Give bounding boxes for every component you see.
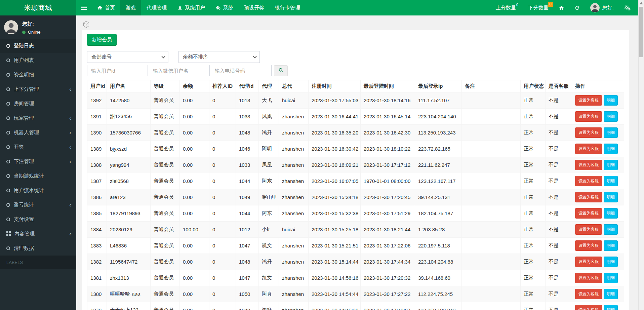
- cell-is-service: 不是: [546, 189, 572, 205]
- cell-actions: 设置为客服明细: [572, 222, 624, 238]
- sidebar-item-user-flow-stats[interactable]: 用户流水统计: [0, 183, 76, 198]
- cell-referrer-id: 0: [209, 254, 236, 270]
- member-list-card: 新增会员 全部账号 余额不排序 用户id: [82, 30, 629, 310]
- set-service-button[interactable]: 设置为客服: [575, 273, 602, 283]
- detail-button[interactable]: 明细: [604, 208, 618, 219]
- cell-referrer-id: 0: [209, 286, 236, 302]
- refresh-icon[interactable]: [574, 5, 580, 11]
- cell-actions: 设置为客服明细: [572, 189, 624, 205]
- add-member-button[interactable]: 新增会员: [87, 34, 117, 46]
- set-service-button[interactable]: 设置为客服: [575, 95, 602, 106]
- cell-last-login-time: 2023-01-30 17:22:06: [361, 238, 415, 254]
- nav-item-agent-manage[interactable]: 代理管理: [141, 0, 172, 15]
- brand-logo[interactable]: 米珈商城: [0, 0, 76, 15]
- nav-item-preset-lottery[interactable]: 预设开奖: [239, 0, 270, 15]
- sidebar-item-label: 当期游戏统计: [14, 173, 71, 179]
- set-service-button[interactable]: 设置为客服: [575, 240, 602, 251]
- detail-button[interactable]: 明细: [604, 144, 618, 154]
- cell-balance: 0.00: [180, 302, 209, 310]
- detail-button[interactable]: 明细: [604, 176, 618, 186]
- up-score-counter[interactable]: 上分数量0: [496, 5, 518, 11]
- cell-register-time: 2023-01-30 16:35:20: [309, 125, 361, 141]
- detail-button[interactable]: 明细: [604, 305, 618, 310]
- home-icon: [97, 5, 103, 10]
- cell-last-login-time: 2023-01-30 17:17:12: [361, 157, 415, 173]
- balance-sort-select[interactable]: 余额不排序: [178, 51, 260, 63]
- cell-balance: 0.00: [180, 173, 209, 189]
- sidebar-item-funds-detail[interactable]: 资金明细: [0, 68, 76, 82]
- cell-is-service: 不是: [546, 125, 572, 141]
- detail-button[interactable]: 明细: [604, 224, 618, 235]
- sidebar-item-content-manage[interactable]: 内容管理‹: [0, 227, 76, 241]
- detail-button[interactable]: 明细: [604, 160, 618, 170]
- sidebar-item-lottery[interactable]: 开奖‹: [0, 140, 76, 154]
- cell-remark: [462, 205, 521, 222]
- sidebar-item-clean-data[interactable]: 清理数据: [0, 241, 76, 256]
- set-service-button[interactable]: 设置为客服: [575, 160, 602, 170]
- search-button[interactable]: [274, 65, 288, 76]
- sidebar-item-robot-manage[interactable]: 机器人管理‹: [0, 125, 76, 140]
- sidebar-item-score-manage[interactable]: 上下分管理‹: [0, 82, 76, 96]
- cell-agent: 小k: [259, 222, 279, 238]
- nav-item-home[interactable]: 首页: [92, 0, 120, 15]
- sidebar-item-player-manage[interactable]: 玩家管理‹: [0, 111, 76, 125]
- detail-button[interactable]: 明细: [604, 257, 618, 267]
- cell-last-login-ip: 223.104.204.140: [415, 109, 462, 125]
- scrollbar-up-arrow-icon[interactable]: [640, 2, 643, 4]
- set-service-button[interactable]: 设置为客服: [575, 257, 602, 267]
- cell-referrer-id: 0: [209, 125, 236, 141]
- phone-input[interactable]: [211, 65, 272, 76]
- sidebar-item-current-game-stats[interactable]: 当期游戏统计: [0, 169, 76, 183]
- down-score-counter[interactable]: 下分数量0: [528, 5, 549, 11]
- chevron-left-icon: ‹: [69, 231, 71, 237]
- user-menu[interactable]: 您好:: [590, 3, 614, 12]
- nav-item-label: 银行卡管理: [275, 5, 300, 11]
- sidebar-item-user-list[interactable]: 用户列表: [0, 53, 76, 68]
- settings-cogs-icon[interactable]: [624, 5, 631, 11]
- detail-button[interactable]: 明细: [604, 240, 618, 251]
- sidebar-item-bet-manage[interactable]: 下注管理‹: [0, 154, 76, 169]
- detail-button[interactable]: 明细: [604, 289, 618, 299]
- cell-status: 正常: [521, 125, 546, 141]
- set-service-button[interactable]: 设置为客服: [575, 192, 602, 202]
- sidebar-item-login-log[interactable]: 登陆日志: [0, 39, 76, 53]
- circle-icon: [6, 57, 10, 63]
- cell-balance: 0.00: [180, 92, 209, 109]
- cell-agent-id: 1044: [236, 205, 259, 222]
- nav-item-system[interactable]: 系统: [210, 0, 239, 15]
- nav-item-games[interactable]: 游戏: [120, 0, 141, 15]
- home-icon[interactable]: [559, 5, 564, 11]
- cell-agent: 阿东: [259, 173, 279, 189]
- column-header: 余额: [180, 80, 209, 92]
- detail-button[interactable]: 明细: [604, 192, 618, 202]
- set-service-button[interactable]: 设置为客服: [575, 127, 602, 138]
- detail-button[interactable]: 明细: [604, 95, 618, 106]
- set-service-button[interactable]: 设置为客服: [575, 289, 602, 299]
- set-service-button[interactable]: 设置为客服: [575, 144, 602, 154]
- user-id-input[interactable]: [87, 65, 148, 76]
- nav-item-bank-card-manage[interactable]: 银行卡管理: [270, 0, 306, 15]
- cell-last-login-ip: 182.104.75.187: [415, 205, 462, 222]
- set-service-button[interactable]: 设置为客服: [575, 224, 602, 235]
- cell-referrer-id: 0: [209, 109, 236, 125]
- wechat-name-input[interactable]: [149, 65, 210, 76]
- set-service-button[interactable]: 设置为客服: [575, 111, 602, 122]
- cell-referrer-id: 0: [209, 222, 236, 238]
- sidebar-item-room-manage[interactable]: 房间管理: [0, 96, 76, 111]
- detail-button[interactable]: 明细: [604, 111, 618, 122]
- hamburger-icon[interactable]: [76, 0, 92, 15]
- vertical-scrollbar[interactable]: [638, 0, 644, 310]
- set-service-button[interactable]: 设置为客服: [575, 176, 602, 186]
- circle-icon: [6, 72, 10, 78]
- cell-status: 正常: [521, 286, 546, 302]
- set-service-button[interactable]: 设置为客服: [575, 208, 602, 219]
- detail-button[interactable]: 明细: [604, 273, 618, 283]
- sidebar-item-profit-stats[interactable]: 盈亏统计‹: [0, 198, 76, 212]
- scrollbar-thumb[interactable]: [639, 7, 643, 57]
- detail-button[interactable]: 明细: [604, 127, 618, 138]
- sidebar-item-payment-settings[interactable]: 支付设置: [0, 212, 76, 227]
- nav-item-system-users[interactable]: 系统用户: [172, 0, 210, 15]
- set-service-button[interactable]: 设置为客服: [575, 305, 602, 310]
- cell-agent: 阿真: [259, 286, 279, 302]
- account-filter-select[interactable]: 全部账号: [87, 51, 168, 63]
